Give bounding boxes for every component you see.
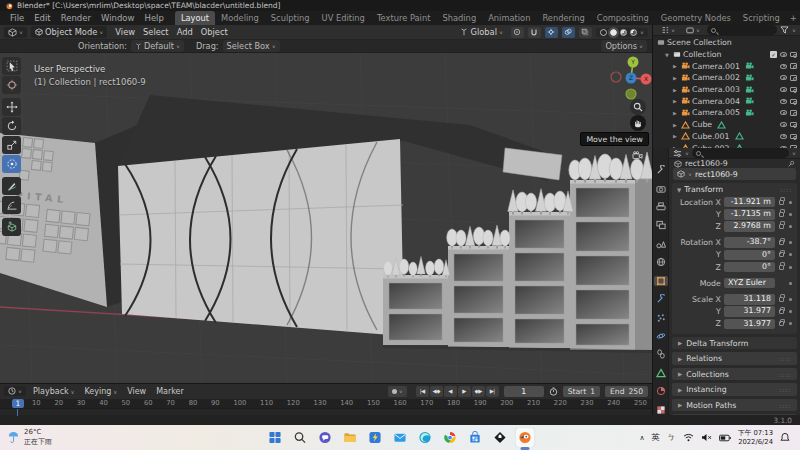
- workspace-tab[interactable]: Shading: [436, 11, 482, 25]
- transport-button[interactable]: ▶|: [486, 386, 499, 397]
- modifiers-tab[interactable]: [654, 294, 668, 304]
- wifi-icon[interactable]: [683, 433, 694, 442]
- lock-icon[interactable]: [779, 240, 785, 245]
- animate-dot-icon[interactable]: [789, 266, 792, 269]
- expand-icon[interactable]: ▶: [673, 98, 679, 104]
- disable-render-icon[interactable]: [790, 87, 797, 93]
- move-view-button[interactable]: [630, 115, 646, 131]
- workspace-tab[interactable]: Scripting: [737, 11, 786, 25]
- transform-value-field[interactable]: 31.977: [724, 306, 775, 317]
- animate-dot-icon[interactable]: [789, 310, 792, 313]
- animate-dot-icon[interactable]: [789, 213, 792, 216]
- outliner-object-row[interactable]: ▶ Camera.001: [653, 60, 800, 72]
- transform-value-field[interactable]: -38.7°: [724, 237, 775, 248]
- rendered-shading-button[interactable]: [630, 29, 637, 36]
- menu-item[interactable]: Edit: [29, 12, 55, 24]
- edge-browser-icon[interactable]: [416, 428, 435, 447]
- scene-collection-row[interactable]: Scene Collection: [653, 37, 800, 49]
- material-preview-button[interactable]: [620, 29, 627, 36]
- overlays-toggle-button[interactable]: [562, 27, 575, 38]
- menu-item[interactable]: Help: [139, 12, 168, 24]
- playhead-frame-badge[interactable]: 1: [12, 399, 24, 408]
- property-section-header[interactable]: ▶ Collections ::::: [672, 368, 797, 381]
- transform-value-field[interactable]: 2.9768 m: [724, 221, 775, 232]
- animate-dot-icon[interactable]: [789, 241, 792, 244]
- editor-type-button[interactable]: ∨: [4, 27, 27, 38]
- timeline-editor-type-button[interactable]: ∨: [4, 386, 26, 396]
- wireframe-shading-button[interactable]: [600, 29, 607, 36]
- navigation-gizmo[interactable]: Y X Z: [608, 55, 652, 103]
- animate-dot-icon[interactable]: [789, 225, 792, 228]
- frame-end-field[interactable]: End250: [605, 386, 648, 397]
- hide-eye-icon[interactable]: [780, 75, 787, 80]
- outliner-object-row[interactable]: ▶ Cube.001: [653, 131, 800, 143]
- timeline-track[interactable]: [0, 408, 652, 415]
- transform-value-field[interactable]: 0°: [724, 250, 775, 261]
- transform-value-field[interactable]: 31.118: [724, 294, 775, 305]
- hide-eye-icon[interactable]: [780, 64, 787, 69]
- snip-tool-icon[interactable]: [366, 428, 385, 447]
- object-name-field[interactable]: ∨ rect1060-9: [673, 168, 796, 180]
- ime-language-indicator[interactable]: 英: [652, 432, 661, 444]
- property-section-header[interactable]: ▶ Delta Transform ::::: [672, 337, 797, 350]
- outliner-display-mode-button[interactable]: ∨: [657, 25, 679, 35]
- transform-panel-header[interactable]: ▼ Transform ::::: [672, 183, 797, 196]
- transform-value-field[interactable]: 31.977: [724, 319, 775, 330]
- timeline-menu-item[interactable]: Marker: [154, 387, 186, 396]
- drag-setting-dropdown[interactable]: Select Box ∨: [223, 40, 280, 52]
- expand-icon[interactable]: ▶: [673, 87, 679, 93]
- transport-button[interactable]: ◆▶: [472, 386, 485, 397]
- transport-button[interactable]: ◀: [444, 386, 457, 397]
- object-data-tab[interactable]: [654, 368, 668, 378]
- hide-eye-icon[interactable]: [780, 122, 787, 127]
- outliner-object-row[interactable]: ▶ Camera.002: [653, 72, 800, 84]
- outliner-object-row[interactable]: ▶ Camera.005: [653, 107, 800, 119]
- hide-eye-icon[interactable]: [780, 99, 787, 104]
- workspace-tab[interactable]: Texture Paint: [371, 11, 437, 25]
- viewport-menu-item[interactable]: Select: [139, 27, 173, 37]
- filter-icon[interactable]: [780, 26, 789, 34]
- microsoft-store-icon[interactable]: [466, 428, 485, 447]
- timeline-ruler[interactable]: 1020304050607080901001101201301401501601…: [0, 399, 652, 409]
- hide-eye-icon[interactable]: [780, 146, 787, 148]
- taskbar-weather-widget[interactable]: 26°C正在下雨: [0, 428, 52, 446]
- workspace-tab[interactable]: Rendering: [536, 11, 590, 25]
- workspace-tab[interactable]: Geometry Nodes: [655, 11, 737, 25]
- workspace-tab[interactable]: Modeling: [215, 11, 265, 25]
- playhead-line[interactable]: [17, 409, 18, 416]
- inkscape-icon[interactable]: [491, 428, 510, 447]
- menu-item[interactable]: Window: [96, 12, 140, 24]
- battery-icon[interactable]: [719, 434, 731, 442]
- transform-value-field[interactable]: 0°: [724, 262, 775, 273]
- lock-icon[interactable]: [779, 297, 785, 302]
- annotate-tool[interactable]: [2, 177, 21, 195]
- current-frame-field[interactable]: 1: [504, 386, 544, 397]
- material-tab[interactable]: [654, 386, 668, 396]
- expand-icon[interactable]: ▶: [673, 133, 679, 139]
- search-button[interactable]: [291, 428, 310, 447]
- expand-icon[interactable]: ▼: [665, 52, 671, 58]
- view-layer-tab[interactable]: [654, 220, 668, 230]
- constraints-tab[interactable]: [654, 349, 668, 359]
- physics-tab[interactable]: [654, 331, 668, 341]
- options-dropdown[interactable]: Options ∨: [601, 40, 647, 52]
- pivot-point-button[interactable]: [511, 27, 524, 38]
- rotate-tool[interactable]: [2, 117, 21, 135]
- snap-magnet-button[interactable]: [528, 27, 541, 38]
- disable-render-icon[interactable]: [790, 134, 797, 140]
- animate-dot-icon[interactable]: [789, 322, 792, 325]
- facade-panel-model[interactable]: [118, 139, 404, 336]
- pin-icon[interactable]: [787, 160, 795, 168]
- file-explorer-icon[interactable]: [341, 428, 360, 447]
- hide-eye-icon[interactable]: [780, 110, 787, 115]
- workspace-tab[interactable]: Sculpting: [265, 11, 316, 25]
- timeline-menu-item[interactable]: Keying: [83, 387, 120, 396]
- properties-search-input[interactable]: [692, 148, 789, 158]
- stopwatch-icon[interactable]: [549, 387, 558, 396]
- transform-value-field[interactable]: -1.7135 m: [724, 209, 775, 220]
- outliner-search-input[interactable]: [707, 25, 777, 35]
- particles-tab[interactable]: [654, 312, 668, 322]
- orientation-dropdown[interactable]: Global ∨: [456, 26, 507, 38]
- disable-render-icon[interactable]: [790, 99, 797, 105]
- camera-view-button[interactable]: [629, 147, 645, 163]
